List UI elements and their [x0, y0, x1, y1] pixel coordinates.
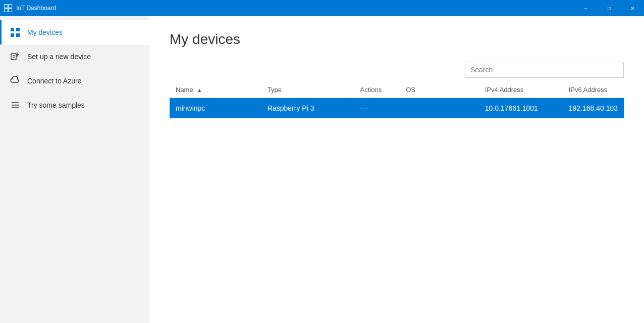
- grid-icon: [10, 27, 20, 37]
- window-controls: − □ ✕: [574, 0, 644, 16]
- col-header-name[interactable]: Name ▲: [170, 82, 261, 98]
- col-header-actions: Actions: [354, 82, 400, 98]
- sidebar-item-my-devices[interactable]: My devices: [0, 20, 149, 44]
- sidebar: My devices Set up a new device: [0, 16, 149, 323]
- app-title: IoT Dashboard: [16, 5, 56, 12]
- search-container: [170, 62, 624, 78]
- titlebar: IoT Dashboard − □ ✕: [0, 0, 644, 16]
- app-body: My devices Set up a new device: [0, 16, 644, 323]
- svg-rect-6: [11, 33, 14, 37]
- device-type: Raspberry Pi 3: [261, 98, 354, 119]
- svg-rect-5: [16, 28, 20, 31]
- svg-rect-2: [5, 9, 8, 12]
- device-os: [400, 98, 478, 119]
- device-table: Name ▲ Type Actions OS IPv4 Address IPv6…: [170, 82, 624, 118]
- device-ipv4: 10.0.17661.1001: [479, 98, 563, 119]
- minimize-button[interactable]: −: [574, 0, 598, 16]
- close-button[interactable]: ✕: [621, 0, 644, 16]
- device-ipv6: 192.168.40.103: [563, 98, 624, 119]
- svg-rect-8: [11, 54, 16, 60]
- sidebar-item-setup-device[interactable]: Set up a new device: [0, 44, 149, 69]
- cloud-icon: [10, 76, 20, 86]
- sidebar-label-connect-azure: Connect to Azure: [27, 77, 81, 85]
- list-icon: [10, 100, 20, 110]
- svg-rect-3: [9, 9, 12, 12]
- sort-icon: ▲: [197, 87, 202, 93]
- col-header-type: Type: [261, 82, 354, 98]
- maximize-button[interactable]: □: [598, 0, 621, 16]
- svg-rect-0: [5, 5, 8, 8]
- svg-rect-7: [16, 33, 20, 37]
- setup-icon: [10, 52, 20, 62]
- titlebar-left: IoT Dashboard: [4, 4, 56, 12]
- col-header-os: OS: [400, 82, 478, 98]
- app-icon: [4, 4, 12, 12]
- sidebar-item-connect-azure[interactable]: Connect to Azure: [0, 69, 149, 93]
- main-content: My devices Name ▲ Type Actions OS IPv4 A…: [149, 16, 644, 323]
- svg-rect-4: [11, 28, 14, 31]
- table-row[interactable]: minwinpc Raspberry Pi 3 ··· 10.0.17661.1…: [170, 98, 624, 119]
- sidebar-label-my-devices: My devices: [27, 28, 63, 36]
- sidebar-label-try-samples: Try some samples: [27, 101, 85, 109]
- col-header-ipv6: IPv6 Address: [563, 82, 624, 98]
- page-title: My devices: [170, 31, 624, 48]
- sidebar-label-setup-device: Set up a new device: [27, 53, 91, 61]
- col-header-ipv4: IPv4 Address: [479, 82, 563, 98]
- svg-rect-1: [9, 5, 12, 8]
- sidebar-item-try-samples[interactable]: Try some samples: [0, 93, 149, 117]
- search-input[interactable]: [465, 62, 624, 78]
- device-actions[interactable]: ···: [354, 98, 400, 119]
- device-name: minwinpc: [170, 98, 261, 119]
